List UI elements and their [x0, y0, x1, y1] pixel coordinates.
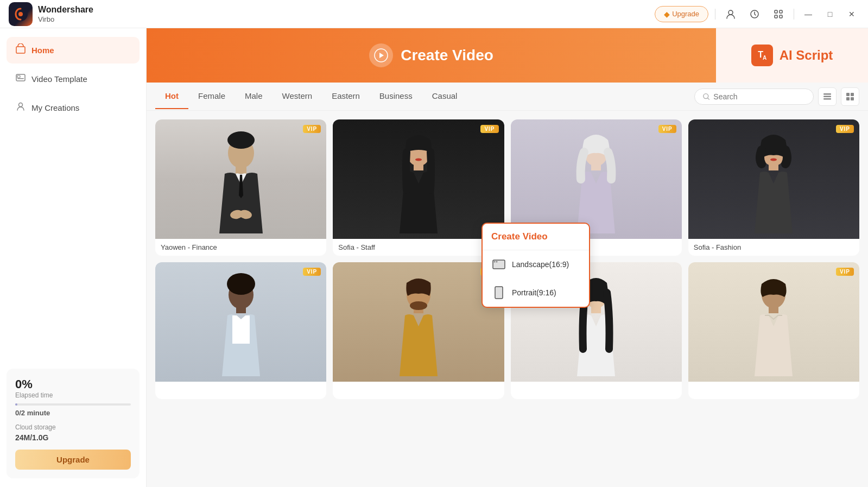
- sidebar-item-video-template[interactable]: Video Template: [7, 66, 140, 92]
- search-input[interactable]: [713, 92, 806, 101]
- vip-badge: VIP: [480, 125, 498, 133]
- landscape-icon: [491, 257, 506, 272]
- grid-icon-btn[interactable]: [770, 5, 787, 23]
- app-name-block: Wondershare Virbo: [38, 4, 93, 23]
- ai-script-icon: TA: [751, 45, 773, 66]
- svg-rect-43: [591, 307, 601, 313]
- sidebar-item-my-creations[interactable]: My Creations: [7, 94, 140, 121]
- svg-rect-6: [775, 15, 777, 18]
- vip-badge: VIP: [658, 125, 676, 133]
- avatar-image-brown: [333, 262, 504, 382]
- filter-tab-male[interactable]: Male: [235, 84, 273, 109]
- svg-rect-5: [780, 10, 782, 13]
- svg-rect-34: [769, 164, 778, 170]
- avatar-card-dark2[interactable]: VIP: [688, 262, 859, 399]
- avatar-card-sofia-staff[interactable]: VIP Sofia - Staff: [333, 119, 504, 256]
- avatar-image-lily: [511, 119, 682, 239]
- avatar-card-yaowen[interactable]: VIP: [155, 119, 326, 256]
- filter-tab-casual[interactable]: Casual: [422, 84, 467, 109]
- avatar-card-dark1[interactable]: VIP: [155, 262, 326, 399]
- portrait-icon: [491, 285, 506, 300]
- svg-rect-19: [846, 93, 850, 96]
- upgrade-button[interactable]: ◆ Upgrade: [655, 6, 708, 22]
- time-value: 0/2 minute: [15, 409, 131, 417]
- minimize-button[interactable]: —: [801, 7, 816, 22]
- content-area: Create Video TA AI Script Hot Female Mal…: [147, 28, 868, 487]
- svg-rect-4: [775, 10, 777, 13]
- svg-point-30: [415, 159, 422, 161]
- user-icon-btn[interactable]: [722, 5, 739, 23]
- svg-rect-16: [823, 93, 831, 95]
- svg-rect-8: [16, 47, 25, 53]
- svg-point-35: [770, 159, 777, 161]
- sep1: [715, 9, 715, 20]
- stats-card: 0% Elapsed time 0/2 minute Cloud storage…: [7, 369, 140, 478]
- titlebar: Wondershare Virbo ◆ Upgrade — □ ✕: [0, 0, 868, 28]
- svg-rect-7: [780, 15, 782, 18]
- filter-tab-eastern[interactable]: Eastern: [322, 84, 370, 109]
- top-banners: Create Video TA AI Script: [147, 28, 868, 83]
- svg-point-2: [728, 10, 733, 15]
- avatar-name-sofia-staff: Sofia - Staff: [333, 239, 504, 256]
- search-icon: [702, 92, 710, 101]
- video-template-icon: [15, 72, 26, 86]
- vip-badge: VIP: [303, 125, 321, 133]
- popup-option-landscape[interactable]: Landscape(16:9): [483, 250, 589, 279]
- create-video-banner[interactable]: Create Video: [147, 28, 716, 83]
- circle-icon-btn[interactable]: [746, 5, 763, 23]
- filter-tab-female[interactable]: Female: [188, 84, 235, 109]
- portrait-label: Portrait(9:16): [512, 288, 556, 297]
- create-video-popup[interactable]: Create Video Landscape(16:9) Portrait(9:…: [481, 223, 590, 308]
- ai-script-title: AI Script: [780, 48, 833, 63]
- main-layout: Home Video Template My Creations 0% Elap…: [0, 28, 868, 487]
- progress-bar-bg: [15, 403, 131, 406]
- search-box[interactable]: [694, 88, 814, 105]
- my-creations-label: My Creations: [31, 103, 79, 112]
- avatar-image-dark1: [155, 262, 326, 382]
- view-toggle-grid[interactable]: [841, 87, 859, 106]
- svg-rect-18: [823, 98, 831, 100]
- avatar-image-sofia-staff: [333, 119, 504, 239]
- ai-script-banner[interactable]: TA AI Script: [716, 28, 868, 83]
- video-template-label: Video Template: [31, 74, 87, 84]
- svg-rect-29: [414, 164, 423, 170]
- avatar-image-sofia-fashion: [688, 119, 859, 239]
- svg-rect-32: [591, 164, 601, 170]
- avatar-card-sofia-fashion[interactable]: VIP Sofia - Fashion: [688, 119, 859, 256]
- svg-point-47: [494, 261, 496, 263]
- diamond-icon: ◆: [664, 10, 670, 18]
- progress-bar-fill: [15, 403, 17, 406]
- svg-rect-11: [17, 78, 24, 79]
- svg-line-15: [708, 98, 709, 99]
- svg-rect-21: [846, 97, 850, 100]
- sidebar-upgrade-button[interactable]: Upgrade: [15, 450, 131, 470]
- avatar-name-dark2: [688, 382, 859, 399]
- view-toggle-list[interactable]: [818, 87, 837, 106]
- svg-rect-49: [495, 287, 503, 299]
- avatar-name-brown: [333, 382, 504, 399]
- titlebar-right: ◆ Upgrade — □ ✕: [655, 5, 859, 23]
- svg-point-41: [410, 301, 427, 310]
- vip-badge: VIP: [836, 125, 854, 133]
- avatar-image-dark2: [688, 262, 859, 382]
- svg-point-12: [19, 103, 23, 107]
- app-subname: Virbo: [38, 15, 93, 23]
- sidebar-item-home[interactable]: Home: [7, 37, 140, 64]
- avatar-name-yaowen: Yaowen - Finance: [155, 239, 326, 256]
- logo-icon: [9, 2, 33, 26]
- svg-rect-45: [769, 307, 778, 313]
- avatar-card-brown[interactable]: VIP: [333, 262, 504, 399]
- avatar-name-dark1: [155, 382, 326, 399]
- svg-rect-20: [851, 93, 854, 96]
- app-name: Wondershare: [38, 4, 93, 15]
- filter-tab-hot[interactable]: Hot: [155, 84, 188, 109]
- maximize-button[interactable]: □: [822, 7, 838, 22]
- popup-option-portrait[interactable]: Portrait(9:16): [483, 279, 589, 307]
- usage-percent: 0%: [15, 377, 131, 391]
- filter-tab-western[interactable]: Western: [273, 84, 322, 109]
- filter-tab-business[interactable]: Business: [370, 84, 422, 109]
- filter-row: Hot Female Male Western Eastern Business…: [147, 83, 868, 111]
- close-button[interactable]: ✕: [844, 7, 859, 22]
- avatar-grid: VIP: [147, 111, 868, 487]
- avatar-image-yaowen: [155, 119, 326, 239]
